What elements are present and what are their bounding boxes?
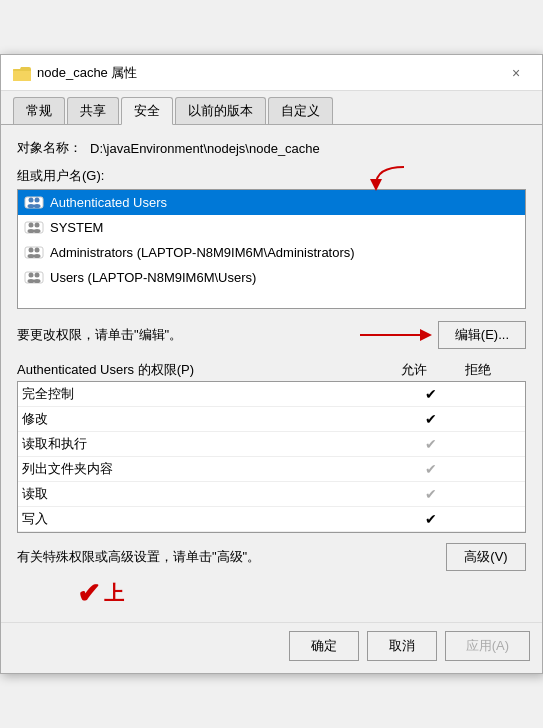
tab-previous[interactable]: 以前的版本 xyxy=(175,97,266,124)
svg-point-22 xyxy=(34,279,41,283)
svg-point-17 xyxy=(34,254,41,258)
permissions-table[interactable]: 完全控制 ✔ 修改 ✔ 读取和执行 ✔ 列出文件夹内 xyxy=(17,381,526,533)
perm-row-read: 读取 ✔ xyxy=(18,482,525,507)
red-arrow-down xyxy=(366,165,406,195)
special-hint: 有关特殊权限或高级设置，请单击"高级"。 xyxy=(17,548,260,566)
perm-allow-2: ✔ xyxy=(401,436,461,452)
svg-point-12 xyxy=(34,229,41,233)
user-icon-2 xyxy=(24,243,44,262)
user-icon-0 xyxy=(24,193,44,212)
edit-hint: 要更改权限，请单击"编辑"。 xyxy=(17,326,182,344)
svg-point-10 xyxy=(35,223,40,228)
object-value: D:\javaEnvironment\nodejs\node_cache xyxy=(90,141,320,156)
perm-name-2: 读取和执行 xyxy=(22,435,401,453)
close-button[interactable]: × xyxy=(502,59,530,87)
user-name-1: SYSTEM xyxy=(50,220,103,235)
edit-btn-wrap: 编辑(E)... xyxy=(438,321,526,349)
tab-bar: 常规 共享 安全 以前的版本 自定义 xyxy=(1,91,542,125)
user-item-users[interactable]: Users (LAPTOP-N8M9IM6M\Users) xyxy=(18,265,525,290)
title-text: node_cache 属性 xyxy=(37,64,137,82)
annotation-row: ✔ 上 xyxy=(77,577,526,610)
perm-col-allow-header: 允许 xyxy=(384,361,444,379)
object-name-row: 对象名称： D:\javaEnvironment\nodejs\node_cac… xyxy=(17,139,526,157)
advanced-button[interactable]: 高级(V) xyxy=(446,543,526,571)
perm-allow-3: ✔ xyxy=(401,461,461,477)
red-arrow-to-edit xyxy=(358,321,438,349)
perm-row-full: 完全控制 ✔ xyxy=(18,382,525,407)
perm-section: Authenticated Users 的权限(P) 允许 拒绝 完全控制 ✔ … xyxy=(17,361,526,533)
svg-point-4 xyxy=(29,198,34,203)
svg-point-21 xyxy=(28,279,35,283)
object-label: 对象名称： xyxy=(17,139,82,157)
advanced-section: 有关特殊权限或高级设置，请单击"高级"。 高级(V) xyxy=(17,543,526,571)
user-list[interactable]: Authenticated Users SYSTEM Administrator… xyxy=(17,189,526,309)
svg-point-16 xyxy=(28,254,35,258)
svg-point-19 xyxy=(29,273,34,278)
svg-point-5 xyxy=(35,198,40,203)
perm-name-3: 列出文件夹内容 xyxy=(22,460,401,478)
svg-rect-2 xyxy=(13,71,31,81)
cancel-button[interactable]: 取消 xyxy=(367,631,437,661)
perm-allow-4: ✔ xyxy=(401,486,461,502)
perm-name-1: 修改 xyxy=(22,410,401,428)
title-bar-left: node_cache 属性 xyxy=(13,64,137,82)
svg-point-7 xyxy=(34,204,41,208)
perm-allow-0: ✔ xyxy=(401,386,461,402)
advanced-section-wrap: 有关特殊权限或高级设置，请单击"高级"。 高级(V) ✔ 上 xyxy=(17,543,526,610)
tab-general[interactable]: 常规 xyxy=(13,97,65,124)
user-name-0: Authenticated Users xyxy=(50,195,167,210)
tab-custom[interactable]: 自定义 xyxy=(268,97,333,124)
perm-name-4: 读取 xyxy=(22,485,401,503)
title-bar: node_cache 属性 × xyxy=(1,55,542,91)
user-item-admin[interactable]: Administrators (LAPTOP-N8M9IM6M\Administ… xyxy=(18,240,525,265)
svg-point-15 xyxy=(35,248,40,253)
perm-row-write: 写入 ✔ xyxy=(18,507,525,532)
user-name-3: Users (LAPTOP-N8M9IM6M\Users) xyxy=(50,270,256,285)
tab-share[interactable]: 共享 xyxy=(67,97,119,124)
perm-allow-5: ✔ xyxy=(401,511,461,527)
edit-section: 要更改权限，请单击"编辑"。 编辑(E)... xyxy=(17,321,526,349)
group-label: 组或用户名(G): xyxy=(17,168,104,183)
perm-section-title: Authenticated Users 的权限(P) 允许 拒绝 xyxy=(17,361,526,379)
user-item-system[interactable]: SYSTEM xyxy=(18,215,525,240)
user-item-authenticated[interactable]: Authenticated Users xyxy=(18,190,525,215)
annotation-check: ✔ xyxy=(77,577,100,610)
content-area: 对象名称： D:\javaEnvironment\nodejs\node_cac… xyxy=(1,125,542,622)
tab-security[interactable]: 安全 xyxy=(121,97,173,125)
properties-dialog: node_cache 属性 × 常规 共享 安全 以前的版本 自定义 对象名称：… xyxy=(0,54,543,674)
perm-allow-1: ✔ xyxy=(401,411,461,427)
edit-button[interactable]: 编辑(E)... xyxy=(438,321,526,349)
svg-point-9 xyxy=(29,223,34,228)
svg-point-20 xyxy=(35,273,40,278)
svg-point-14 xyxy=(29,248,34,253)
apply-button[interactable]: 应用(A) xyxy=(445,631,530,661)
svg-point-11 xyxy=(28,229,35,233)
annotation-chinese: 上 xyxy=(104,580,124,607)
bottom-buttons: 确定 取消 应用(A) xyxy=(1,622,542,673)
user-name-2: Administrators (LAPTOP-N8M9IM6M\Administ… xyxy=(50,245,355,260)
user-icon-3 xyxy=(24,268,44,287)
perm-name-5: 写入 xyxy=(22,510,401,528)
perm-col-deny-header: 拒绝 xyxy=(448,361,508,379)
ok-button[interactable]: 确定 xyxy=(289,631,359,661)
group-label-row: 组或用户名(G): xyxy=(17,167,526,185)
user-icon-1 xyxy=(24,218,44,237)
svg-point-6 xyxy=(28,204,35,208)
perm-row-list: 列出文件夹内容 ✔ xyxy=(18,457,525,482)
folder-icon xyxy=(13,65,31,81)
perm-name-0: 完全控制 xyxy=(22,385,401,403)
perm-row-modify: 修改 ✔ xyxy=(18,407,525,432)
perm-row-read-exec: 读取和执行 ✔ xyxy=(18,432,525,457)
